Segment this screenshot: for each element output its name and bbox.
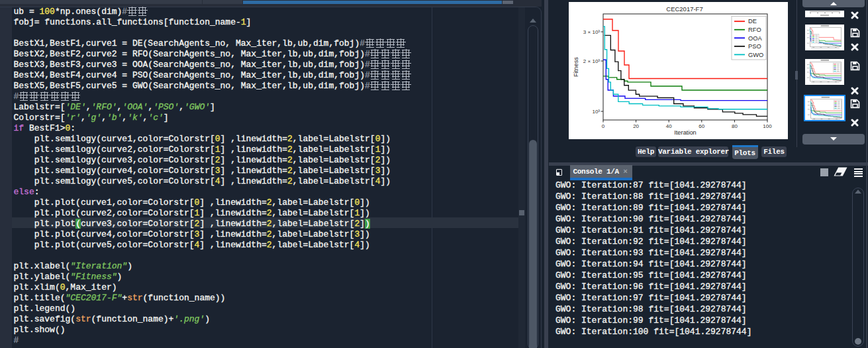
svg-text:60: 60 xyxy=(699,123,704,129)
svg-text:10³: 10³ xyxy=(592,109,600,115)
svg-text:Iteration: Iteration xyxy=(674,129,697,135)
svg-text:RFO: RFO xyxy=(748,26,761,32)
svg-text:40: 40 xyxy=(666,123,672,129)
svg-text:PSO: PSO xyxy=(748,43,761,50)
svg-text:0: 0 xyxy=(602,123,605,129)
svg-text:OOA: OOA xyxy=(748,34,762,41)
svg-text:100: 100 xyxy=(763,123,772,129)
svg-text:20: 20 xyxy=(633,123,639,129)
svg-text:CEC2017-F7: CEC2017-F7 xyxy=(666,5,702,12)
svg-text:3 × 10³: 3 × 10³ xyxy=(583,29,600,35)
svg-text:80: 80 xyxy=(732,123,738,129)
svg-text:DE: DE xyxy=(748,18,757,25)
svg-text:Fitness: Fitness xyxy=(573,56,579,76)
svg-text:GWO: GWO xyxy=(748,51,763,58)
svg-text:2 × 10³: 2 × 10³ xyxy=(583,58,600,64)
